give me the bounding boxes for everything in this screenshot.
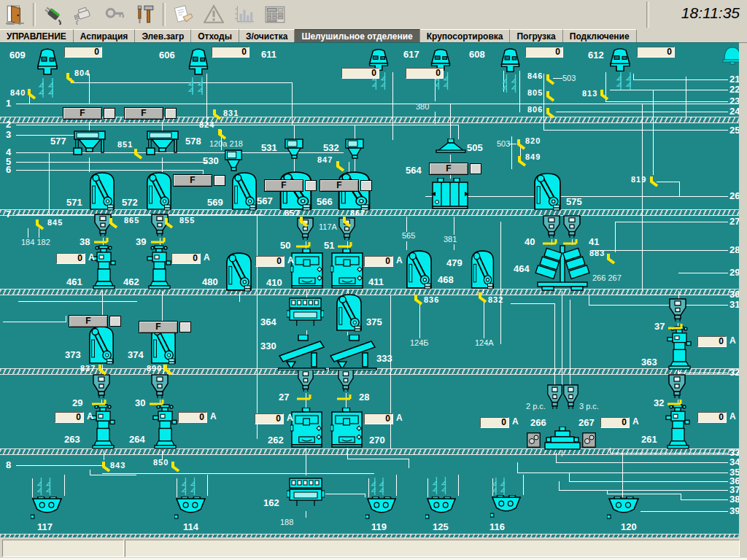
machine-fan[interactable] (31, 497, 63, 519)
machine-fan[interactable] (174, 497, 207, 519)
machine-mill[interactable] (330, 249, 364, 289)
valve-883[interactable] (606, 252, 616, 265)
machine-elevator[interactable] (470, 249, 495, 289)
f-button[interactable]: F (69, 315, 108, 327)
machine-tails[interactable] (501, 74, 520, 94)
tab-5[interactable]: З/очистка (239, 29, 295, 43)
machine-tails[interactable] (37, 77, 58, 99)
machine-hopper[interactable] (667, 374, 686, 400)
machine-hopper[interactable] (562, 215, 581, 239)
machine-elevator[interactable] (533, 172, 562, 211)
machine-elevator[interactable] (231, 171, 258, 211)
machine-cyclone[interactable] (33, 47, 62, 76)
machine-tails[interactable] (491, 477, 508, 497)
machine-filter[interactable] (146, 130, 179, 158)
machine-hopper[interactable] (562, 384, 579, 411)
machine-filter[interactable] (73, 130, 107, 158)
machine-hopper[interactable] (668, 298, 687, 323)
toolbar-button-access[interactable] (99, 1, 130, 28)
f-button[interactable]: F (63, 107, 102, 120)
slide-gate-icon[interactable] (150, 237, 168, 244)
toolbar-button-disconnect[interactable] (69, 1, 99, 28)
machine-hopper[interactable] (150, 374, 169, 400)
machine-bell[interactable] (722, 45, 739, 65)
slide-gate-icon[interactable] (337, 241, 355, 248)
machine-motor[interactable] (582, 432, 596, 448)
machine-tails[interactable] (431, 476, 450, 496)
machine-shaker[interactable] (329, 335, 378, 370)
machine-fan[interactable] (607, 497, 640, 519)
machine-smallsep[interactable] (223, 149, 244, 171)
machine-hopper[interactable] (337, 369, 355, 393)
machine-fan[interactable] (425, 497, 457, 519)
machine-huller[interactable] (91, 245, 116, 290)
valve-851[interactable] (133, 147, 144, 160)
tab-3[interactable]: Элев.загр (135, 29, 191, 43)
slide-gate-icon[interactable] (295, 241, 313, 248)
tab-2[interactable]: Аспирация (74, 29, 136, 43)
machine-mill[interactable] (290, 249, 324, 289)
machine-huller[interactable] (667, 326, 692, 370)
toolbar-button-panel[interactable] (260, 1, 290, 28)
machine-bigbox[interactable] (431, 178, 469, 209)
slide-gate-icon[interactable] (93, 237, 111, 244)
valve-857[interactable] (299, 215, 309, 228)
machine-huller[interactable] (90, 404, 115, 450)
machine-smallsep[interactable] (344, 139, 365, 159)
toolbar-button-trends[interactable] (229, 1, 260, 28)
toolbar-button-exit[interactable] (0, 1, 31, 28)
valve-845[interactable] (35, 218, 45, 230)
slide-gate-icon[interactable] (336, 394, 354, 400)
machine-hopper[interactable] (546, 384, 563, 411)
slide-gate-icon[interactable] (542, 238, 560, 245)
machine-cyclone[interactable] (497, 47, 524, 73)
machine-paddy[interactable] (535, 244, 590, 291)
valve-806[interactable] (546, 106, 556, 119)
f-button[interactable]: F (139, 321, 178, 333)
valve-831[interactable] (212, 108, 222, 120)
machine-fan[interactable] (490, 495, 522, 518)
tab-4[interactable]: Отходы (191, 29, 239, 43)
tab-6[interactable]: Шелушильное отделение (295, 29, 419, 43)
machine-elevator[interactable] (145, 171, 173, 211)
tab-7[interactable]: Крупосортировка (420, 29, 511, 43)
machine-elevator[interactable] (405, 249, 433, 289)
valve-865[interactable] (109, 217, 119, 229)
machine-elevator[interactable] (225, 252, 253, 292)
machine-cyclone[interactable] (185, 47, 212, 76)
tab-9[interactable]: Подключение (563, 29, 637, 43)
f-button[interactable]: F (173, 174, 212, 187)
machine-shaker[interactable] (278, 335, 327, 370)
machine-hopper[interactable] (542, 215, 561, 239)
machine-tails[interactable] (370, 477, 387, 497)
machine-elevator[interactable] (88, 325, 115, 365)
slide-gate-icon[interactable] (296, 394, 314, 400)
machine-motor[interactable] (527, 432, 541, 448)
toolbar-button-alarms[interactable] (198, 1, 229, 28)
slide-gate-icon[interactable] (91, 399, 109, 405)
machine-huller[interactable] (665, 404, 690, 450)
valve-836[interactable] (414, 293, 424, 306)
machine-tails[interactable] (187, 77, 207, 96)
machine-fan[interactable] (365, 497, 398, 519)
valve-850[interactable] (171, 460, 181, 472)
machine-sieve[interactable] (287, 477, 325, 510)
valve-813[interactable] (600, 88, 610, 101)
machine-elevator[interactable] (88, 171, 116, 211)
toolbar-button-connect[interactable] (38, 1, 69, 28)
tab-1[interactable]: УПРАВЛЕНИЕ (0, 29, 74, 43)
machine-mill[interactable] (330, 408, 363, 448)
tab-8[interactable]: Погрузка (510, 29, 562, 43)
valve-846[interactable] (546, 73, 556, 85)
valve-837[interactable] (98, 363, 108, 376)
f-button[interactable]: F (320, 179, 359, 192)
slide-gate-icon[interactable] (667, 323, 685, 330)
machine-tails[interactable] (36, 477, 55, 497)
machine-elevator[interactable] (335, 293, 363, 332)
machine-huller[interactable] (147, 245, 171, 290)
valve-832[interactable] (478, 291, 488, 303)
toolbar-button-setup[interactable] (130, 1, 160, 28)
valve-819[interactable] (649, 175, 659, 187)
f-button[interactable]: F (429, 163, 468, 175)
machine-packer[interactable] (543, 427, 581, 450)
